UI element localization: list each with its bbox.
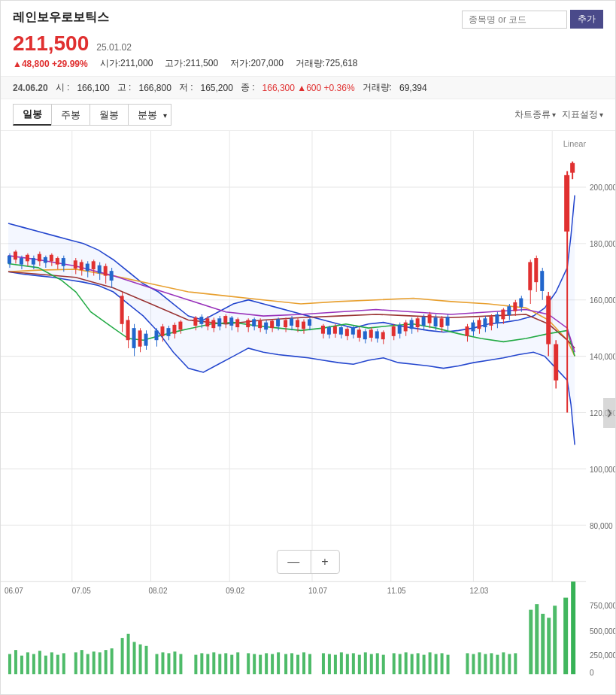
- stock-name: 레인보우로보틱스: [13, 10, 109, 26]
- svg-rect-32: [56, 258, 59, 265]
- svg-rect-156: [483, 318, 487, 327]
- svg-text:09.02: 09.02: [226, 587, 244, 595]
- change-row: ▲48,800 +29.99% 시가:211,000 고가:211,500 저가…: [13, 57, 603, 70]
- svg-rect-144: [434, 317, 438, 326]
- svg-text:08.02: 08.02: [149, 587, 168, 595]
- prev-open-val: 166,100: [77, 83, 109, 93]
- svg-rect-132: [398, 325, 402, 334]
- svg-rect-280: [571, 581, 575, 674]
- svg-rect-96: [246, 320, 250, 327]
- add-button[interactable]: 추가: [570, 10, 603, 29]
- svg-rect-226: [200, 653, 203, 674]
- svg-rect-219: [145, 646, 148, 674]
- svg-text:10.07: 10.07: [308, 587, 327, 595]
- svg-rect-215: [121, 638, 124, 674]
- svg-rect-269: [490, 653, 493, 674]
- svg-rect-230: [224, 653, 227, 674]
- svg-rect-70: [193, 317, 197, 326]
- svg-rect-98: [252, 319, 256, 326]
- svg-rect-248: [346, 654, 349, 675]
- svg-rect-40: [86, 264, 90, 272]
- svg-rect-244: [322, 653, 325, 674]
- indicator-settings-button[interactable]: 지표설정: [562, 108, 603, 121]
- svg-rect-239: [284, 654, 287, 675]
- svg-rect-90: [296, 320, 299, 327]
- svg-rect-227: [206, 654, 209, 675]
- svg-rect-249: [352, 653, 355, 674]
- svg-rect-82: [229, 317, 233, 326]
- svg-rect-106: [276, 319, 280, 326]
- svg-rect-142: [428, 314, 432, 323]
- prev-day-info: 24.06.20 시 : 166,100 고 : 166,800 저 : 165…: [1, 77, 615, 99]
- svg-rect-229: [218, 654, 221, 675]
- svg-rect-172: [534, 258, 538, 282]
- svg-rect-254: [382, 655, 385, 675]
- period-weekly[interactable]: 주봉: [51, 104, 90, 126]
- search-input[interactable]: [462, 11, 567, 29]
- prev-high-label: 고 :: [117, 81, 132, 94]
- svg-rect-261: [429, 652, 432, 674]
- high-stat: 고가:211,500: [165, 57, 218, 70]
- svg-rect-260: [423, 655, 426, 675]
- svg-rect-48: [110, 271, 114, 281]
- prev-volume-label: 거래량:: [363, 81, 392, 94]
- svg-text:180,000: 180,000: [590, 240, 615, 248]
- svg-rect-255: [393, 653, 396, 674]
- svg-rect-100: [258, 321, 262, 329]
- svg-rect-214: [111, 648, 114, 674]
- svg-rect-126: [375, 331, 379, 338]
- svg-rect-128: [381, 332, 385, 340]
- svg-rect-38: [80, 262, 83, 270]
- svg-rect-246: [334, 655, 337, 675]
- svg-rect-178: [554, 344, 558, 381]
- svg-rect-220: [155, 654, 158, 675]
- svg-text:100,000: 100,000: [590, 465, 615, 473]
- scroll-right-button[interactable]: ❯: [603, 398, 615, 428]
- change-amount: ▲48,800 +29.99%: [13, 59, 88, 69]
- svg-rect-54: [132, 328, 136, 348]
- svg-rect-275: [535, 604, 539, 674]
- svg-rect-136: [410, 320, 414, 329]
- period-daily[interactable]: 일봉: [13, 104, 51, 126]
- low-stat: 저가:207,000: [230, 57, 284, 70]
- zoom-out-button[interactable]: —: [277, 551, 310, 573]
- period-minute[interactable]: 분봉: [128, 104, 171, 126]
- svg-rect-218: [139, 645, 142, 675]
- chart-type-button[interactable]: 차트종류: [514, 108, 556, 121]
- svg-rect-245: [328, 654, 331, 675]
- svg-rect-34: [62, 258, 65, 266]
- svg-rect-206: [56, 655, 59, 675]
- prev-volume-val: 69,394: [399, 83, 427, 93]
- svg-rect-277: [547, 618, 551, 674]
- svg-rect-274: [529, 610, 533, 675]
- svg-rect-258: [411, 654, 414, 675]
- zoom-in-button[interactable]: +: [310, 551, 338, 573]
- svg-rect-64: [166, 328, 170, 336]
- main-container: 레인보우로보틱스 추가 211,500 25.01.02 ▲48,800 +29…: [0, 0, 616, 695]
- search-area: 추가: [462, 10, 603, 29]
- svg-rect-114: [339, 327, 343, 335]
- svg-rect-164: [507, 306, 511, 315]
- svg-rect-263: [441, 653, 444, 674]
- period-monthly[interactable]: 월봉: [90, 104, 128, 126]
- svg-rect-237: [271, 654, 274, 675]
- svg-text:12.03: 12.03: [469, 587, 488, 595]
- svg-rect-92: [302, 322, 305, 329]
- svg-text:80,000: 80,000: [590, 521, 613, 530]
- svg-rect-208: [74, 652, 77, 674]
- svg-rect-36: [74, 260, 77, 269]
- svg-rect-212: [99, 652, 102, 674]
- svg-rect-272: [508, 654, 511, 675]
- svg-rect-102: [264, 323, 268, 330]
- svg-rect-211: [93, 651, 96, 674]
- svg-rect-252: [370, 654, 373, 675]
- svg-rect-146: [440, 318, 444, 327]
- svg-rect-72: [199, 317, 203, 324]
- svg-rect-68: [178, 322, 182, 330]
- prev-low-val: 165,200: [201, 83, 233, 93]
- svg-rect-182: [570, 163, 575, 173]
- svg-rect-253: [376, 653, 379, 674]
- date-label: 25.01.02: [96, 42, 132, 53]
- svg-rect-251: [364, 652, 367, 674]
- svg-rect-221: [161, 652, 164, 674]
